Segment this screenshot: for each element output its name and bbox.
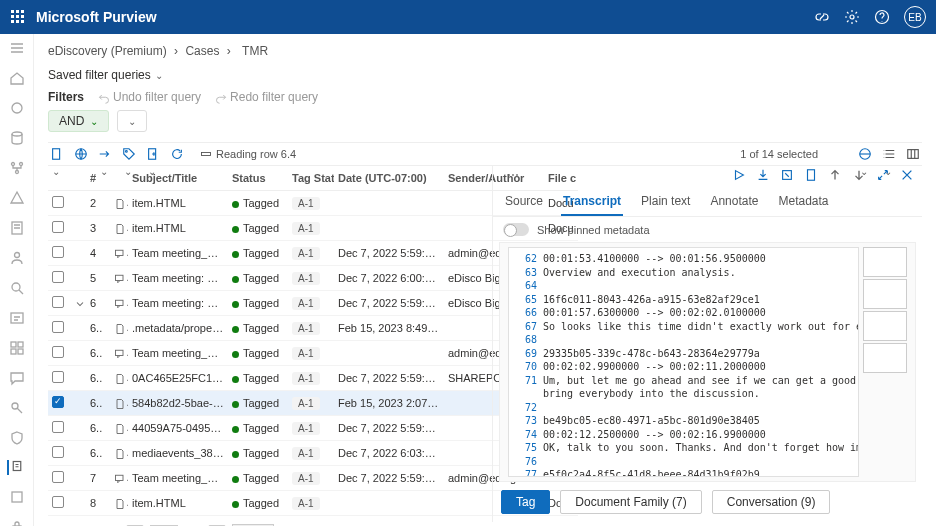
row-tag: A-1 — [288, 466, 334, 491]
user-avatar[interactable]: EB — [904, 6, 926, 28]
arrow-action-icon[interactable] — [98, 147, 112, 161]
newdoc-action-icon[interactable] — [146, 147, 160, 161]
col-num[interactable]: # — [86, 166, 110, 191]
popout-icon[interactable] — [780, 168, 794, 182]
row-tag: A-1 — [288, 391, 334, 416]
link-icon[interactable] — [814, 9, 830, 25]
expand-icon[interactable] — [876, 168, 890, 182]
up-arrow-icon[interactable] — [828, 168, 842, 182]
download-icon[interactable] — [756, 168, 770, 182]
svg-rect-22 — [11, 349, 16, 354]
columns-icon[interactable] — [906, 147, 920, 161]
dlp-icon[interactable] — [9, 430, 25, 446]
undo-filter[interactable]: Undo filter query — [98, 90, 201, 104]
group-view-icon[interactable] — [858, 147, 872, 161]
tab-source[interactable]: Source — [503, 188, 545, 216]
row-date: Dec 7, 2022 5:59:29… — [334, 241, 444, 266]
doc-action-icon[interactable] — [50, 147, 64, 161]
roles-icon[interactable] — [9, 250, 25, 266]
alerts-icon[interactable] — [9, 190, 25, 206]
row-status: Tagged — [228, 366, 288, 391]
policies-icon[interactable] — [9, 220, 25, 236]
row-tag: A-1 — [288, 416, 334, 441]
content-icon[interactable] — [9, 340, 25, 356]
compliance-icon[interactable] — [9, 100, 25, 116]
row-tag: A-1 — [288, 341, 334, 366]
tab-metadata[interactable]: Metadata — [776, 188, 830, 216]
row-checkbox[interactable] — [52, 196, 64, 208]
col-tagstatus[interactable]: Tag Status — [288, 166, 334, 191]
row-checkbox[interactable] — [52, 271, 64, 283]
row-status: Tagged — [228, 241, 288, 266]
menu-icon[interactable] — [9, 40, 25, 56]
row-status: Tagged — [228, 291, 288, 316]
row-num: 3 — [86, 216, 110, 241]
svg-rect-7 — [16, 20, 19, 23]
row-status: Tagged — [228, 491, 288, 516]
add-filter-dropdown[interactable]: ⌄ — [117, 110, 147, 132]
expand-group-icon[interactable] — [74, 298, 86, 310]
app-launcher-icon[interactable] — [10, 9, 26, 25]
row-tag: A-1 — [288, 316, 334, 341]
row-status: Tagged — [228, 341, 288, 366]
comm-icon[interactable] — [9, 370, 25, 386]
col-status[interactable]: Status — [228, 166, 288, 191]
page-thumbnails[interactable] — [863, 247, 907, 477]
row-checkbox[interactable] — [52, 346, 64, 358]
document-icon — [114, 198, 126, 210]
discovery-icon[interactable] — [9, 400, 25, 416]
row-checkbox[interactable] — [52, 221, 64, 233]
results-toolbar: Reading row 6.4 1 of 14 selected — [48, 142, 922, 166]
row-subject: Team meeting_ban… — [128, 341, 228, 366]
row-num: 7 — [86, 466, 110, 491]
audit-icon[interactable] — [9, 310, 25, 326]
globe-action-icon[interactable] — [74, 147, 88, 161]
settings-icon[interactable] — [844, 9, 860, 25]
conversation-icon — [114, 348, 126, 360]
privacy-icon[interactable] — [9, 519, 25, 526]
pinned-metadata-toggle[interactable] — [503, 223, 529, 236]
row-checkbox[interactable] — [52, 496, 64, 508]
newdoc-icon[interactable] — [804, 168, 818, 182]
down-arrow-icon[interactable] — [852, 168, 866, 182]
close-icon[interactable] — [900, 168, 914, 182]
connectors-icon[interactable] — [9, 160, 25, 176]
col-date[interactable]: Date (UTC-07:00) — [334, 166, 444, 191]
tab-transcript[interactable]: Transcript — [561, 188, 623, 216]
preview-more-icon[interactable]: ⋯ — [501, 168, 521, 182]
home-icon[interactable] — [9, 70, 25, 86]
breadcrumb-cases[interactable]: Cases — [185, 44, 219, 58]
row-checkbox[interactable] — [52, 296, 64, 308]
play-icon[interactable] — [732, 168, 746, 182]
redo-filter[interactable]: Redo filter query — [215, 90, 318, 104]
list-view-icon[interactable] — [882, 147, 896, 161]
data-icon[interactable] — [9, 130, 25, 146]
search-icon[interactable] — [9, 280, 25, 296]
row-checkbox[interactable] — [52, 421, 64, 433]
row-checkbox[interactable] — [52, 471, 64, 483]
row-checkbox[interactable] — [52, 371, 64, 383]
saved-filter-queries[interactable]: Saved filter queries⌄ — [48, 68, 922, 82]
tag-action-icon[interactable] — [122, 147, 136, 161]
doc-family-button[interactable]: Document Family (7) — [560, 490, 701, 514]
help-icon[interactable] — [874, 9, 890, 25]
row-checkbox[interactable] — [52, 396, 64, 408]
preview-tabs: Source Transcript Plain text Annotate Me… — [493, 188, 922, 217]
filter-and-pill[interactable]: AND⌄ — [48, 110, 109, 132]
breadcrumb-root[interactable]: eDiscovery (Premium) — [48, 44, 167, 58]
tab-plaintext[interactable]: Plain text — [639, 188, 692, 216]
col-subject[interactable]: Subject/Title — [128, 166, 228, 191]
tag-button[interactable]: Tag — [501, 490, 550, 514]
row-status: Tagged — [228, 441, 288, 466]
refresh-icon[interactable] — [170, 147, 184, 161]
row-checkbox[interactable] — [52, 321, 64, 333]
records-icon[interactable] — [9, 489, 25, 505]
tab-annotate[interactable]: Annotate — [708, 188, 760, 216]
svg-rect-41 — [116, 475, 124, 480]
ediscovery-icon[interactable] — [7, 460, 23, 475]
conversation-button[interactable]: Conversation (9) — [712, 490, 831, 514]
row-checkbox[interactable] — [52, 246, 64, 258]
row-subject: .metadata/properti… — [128, 316, 228, 341]
svg-rect-3 — [11, 15, 14, 18]
row-checkbox[interactable] — [52, 446, 64, 458]
